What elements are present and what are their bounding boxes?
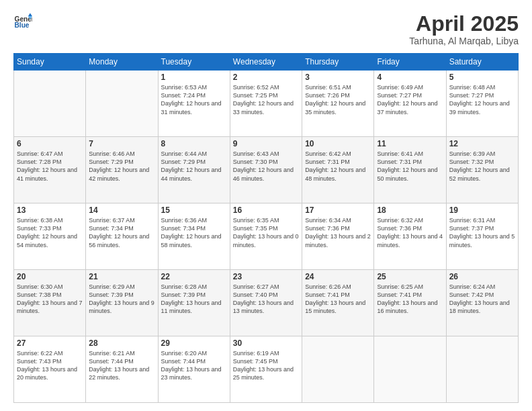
table-row: 20Sunrise: 6:30 AM Sunset: 7:38 PM Dayli…	[14, 270, 86, 336]
cell-info: Sunrise: 6:37 AM Sunset: 7:34 PM Dayligh…	[89, 216, 154, 249]
col-thursday: Thursday	[302, 54, 374, 71]
day-number: 21	[89, 272, 154, 281]
cell-info: Sunrise: 6:22 AM Sunset: 7:43 PM Dayligh…	[17, 349, 83, 382]
day-number: 10	[305, 139, 371, 148]
cell-info: Sunrise: 6:43 AM Sunset: 7:30 PM Dayligh…	[233, 150, 299, 183]
day-number: 17	[305, 205, 371, 215]
cell-info: Sunrise: 6:26 AM Sunset: 7:41 PM Dayligh…	[305, 283, 371, 316]
cell-info: Sunrise: 6:27 AM Sunset: 7:40 PM Dayligh…	[233, 283, 299, 316]
cell-info: Sunrise: 6:28 AM Sunset: 7:39 PM Dayligh…	[161, 283, 227, 316]
day-number: 22	[161, 272, 227, 281]
title-block: April 2025 Tarhuna, Al Marqab, Libya	[409, 12, 519, 46]
day-number: 13	[17, 205, 83, 215]
calendar-week-5: 27Sunrise: 6:22 AM Sunset: 7:43 PM Dayli…	[14, 336, 519, 403]
table-row: 5Sunrise: 6:48 AM Sunset: 7:27 PM Daylig…	[446, 71, 518, 137]
table-row	[86, 71, 158, 137]
day-number: 26	[449, 272, 515, 281]
table-row: 15Sunrise: 6:36 AM Sunset: 7:34 PM Dayli…	[158, 203, 230, 270]
day-number: 14	[89, 205, 154, 215]
table-row	[14, 71, 86, 137]
svg-marker-2	[28, 13, 32, 17]
sub-title: Tarhuna, Al Marqab, Libya	[409, 36, 519, 46]
day-number: 28	[89, 338, 154, 348]
day-number: 8	[161, 139, 227, 148]
calendar-week-2: 6Sunrise: 6:47 AM Sunset: 7:28 PM Daylig…	[14, 137, 519, 203]
day-number: 12	[449, 139, 515, 148]
table-row: 12Sunrise: 6:39 AM Sunset: 7:32 PM Dayli…	[446, 137, 518, 203]
table-row: 27Sunrise: 6:22 AM Sunset: 7:43 PM Dayli…	[14, 336, 86, 403]
day-number: 6	[17, 139, 83, 148]
cell-info: Sunrise: 6:38 AM Sunset: 7:33 PM Dayligh…	[17, 216, 83, 249]
cell-info: Sunrise: 6:25 AM Sunset: 7:41 PM Dayligh…	[377, 283, 443, 316]
day-number: 29	[161, 338, 227, 348]
cell-info: Sunrise: 6:30 AM Sunset: 7:38 PM Dayligh…	[17, 283, 83, 316]
table-row: 10Sunrise: 6:42 AM Sunset: 7:31 PM Dayli…	[302, 137, 374, 203]
main-title: April 2025	[409, 12, 519, 36]
col-sunday: Sunday	[14, 54, 86, 71]
day-number: 20	[17, 272, 83, 281]
calendar-week-1: 1Sunrise: 6:53 AM Sunset: 7:24 PM Daylig…	[14, 71, 519, 137]
table-row: 29Sunrise: 6:20 AM Sunset: 7:44 PM Dayli…	[158, 336, 230, 403]
table-row: 30Sunrise: 6:19 AM Sunset: 7:45 PM Dayli…	[230, 336, 302, 403]
day-number: 15	[161, 205, 227, 215]
day-number: 9	[233, 139, 299, 148]
table-row: 2Sunrise: 6:52 AM Sunset: 7:25 PM Daylig…	[230, 71, 302, 137]
cell-info: Sunrise: 6:19 AM Sunset: 7:45 PM Dayligh…	[233, 349, 299, 382]
table-row: 24Sunrise: 6:26 AM Sunset: 7:41 PM Dayli…	[302, 270, 374, 336]
table-row: 26Sunrise: 6:24 AM Sunset: 7:42 PM Dayli…	[446, 270, 518, 336]
day-number: 4	[377, 73, 443, 82]
day-number: 24	[305, 272, 371, 281]
cell-info: Sunrise: 6:46 AM Sunset: 7:29 PM Dayligh…	[89, 150, 154, 183]
cell-info: Sunrise: 6:36 AM Sunset: 7:34 PM Dayligh…	[161, 216, 227, 249]
logo: General Blue	[13, 12, 32, 31]
cell-info: Sunrise: 6:49 AM Sunset: 7:27 PM Dayligh…	[377, 83, 443, 116]
table-row: 23Sunrise: 6:27 AM Sunset: 7:40 PM Dayli…	[230, 270, 302, 336]
day-number: 5	[449, 73, 515, 82]
cell-info: Sunrise: 6:44 AM Sunset: 7:29 PM Dayligh…	[161, 150, 227, 183]
day-number: 3	[305, 73, 371, 82]
table-row: 8Sunrise: 6:44 AM Sunset: 7:29 PM Daylig…	[158, 137, 230, 203]
col-monday: Monday	[86, 54, 158, 71]
day-number: 27	[17, 338, 83, 348]
cell-info: Sunrise: 6:20 AM Sunset: 7:44 PM Dayligh…	[161, 349, 227, 382]
table-row: 4Sunrise: 6:49 AM Sunset: 7:27 PM Daylig…	[374, 71, 446, 137]
day-number: 30	[233, 338, 299, 348]
cell-info: Sunrise: 6:52 AM Sunset: 7:25 PM Dayligh…	[233, 83, 299, 116]
table-row: 3Sunrise: 6:51 AM Sunset: 7:26 PM Daylig…	[302, 71, 374, 137]
day-number: 23	[233, 272, 299, 281]
table-row: 1Sunrise: 6:53 AM Sunset: 7:24 PM Daylig…	[158, 71, 230, 137]
cell-info: Sunrise: 6:53 AM Sunset: 7:24 PM Dayligh…	[161, 83, 227, 116]
page: General Blue April 2025 Tarhuna, Al Marq…	[0, 0, 532, 411]
cell-info: Sunrise: 6:42 AM Sunset: 7:31 PM Dayligh…	[305, 150, 371, 183]
table-row: 16Sunrise: 6:35 AM Sunset: 7:35 PM Dayli…	[230, 203, 302, 270]
header: General Blue April 2025 Tarhuna, Al Marq…	[13, 12, 519, 46]
table-row	[446, 336, 518, 403]
day-number: 19	[449, 205, 515, 215]
day-number: 25	[377, 272, 443, 281]
calendar-week-4: 20Sunrise: 6:30 AM Sunset: 7:38 PM Dayli…	[14, 270, 519, 336]
col-friday: Friday	[374, 54, 446, 71]
table-row: 18Sunrise: 6:32 AM Sunset: 7:36 PM Dayli…	[374, 203, 446, 270]
day-number: 7	[89, 139, 154, 148]
col-tuesday: Tuesday	[158, 54, 230, 71]
calendar-table: Sunday Monday Tuesday Wednesday Thursday…	[13, 53, 519, 403]
cell-info: Sunrise: 6:47 AM Sunset: 7:28 PM Dayligh…	[17, 150, 83, 183]
table-row: 25Sunrise: 6:25 AM Sunset: 7:41 PM Dayli…	[374, 270, 446, 336]
day-number: 16	[233, 205, 299, 215]
cell-info: Sunrise: 6:32 AM Sunset: 7:36 PM Dayligh…	[377, 216, 443, 249]
cell-info: Sunrise: 6:29 AM Sunset: 7:39 PM Dayligh…	[89, 283, 154, 316]
table-row: 14Sunrise: 6:37 AM Sunset: 7:34 PM Dayli…	[86, 203, 158, 270]
cell-info: Sunrise: 6:21 AM Sunset: 7:44 PM Dayligh…	[89, 349, 154, 382]
table-row: 13Sunrise: 6:38 AM Sunset: 7:33 PM Dayli…	[14, 203, 86, 270]
svg-text:Blue: Blue	[15, 21, 30, 29]
cell-info: Sunrise: 6:24 AM Sunset: 7:42 PM Dayligh…	[449, 283, 515, 316]
table-row: 6Sunrise: 6:47 AM Sunset: 7:28 PM Daylig…	[14, 137, 86, 203]
table-row	[302, 336, 374, 403]
logo-icon: General Blue	[13, 12, 32, 31]
day-number: 18	[377, 205, 443, 215]
table-row: 17Sunrise: 6:34 AM Sunset: 7:36 PM Dayli…	[302, 203, 374, 270]
day-number: 1	[161, 73, 227, 82]
day-number: 11	[377, 139, 443, 148]
table-row: 19Sunrise: 6:31 AM Sunset: 7:37 PM Dayli…	[446, 203, 518, 270]
table-row: 9Sunrise: 6:43 AM Sunset: 7:30 PM Daylig…	[230, 137, 302, 203]
